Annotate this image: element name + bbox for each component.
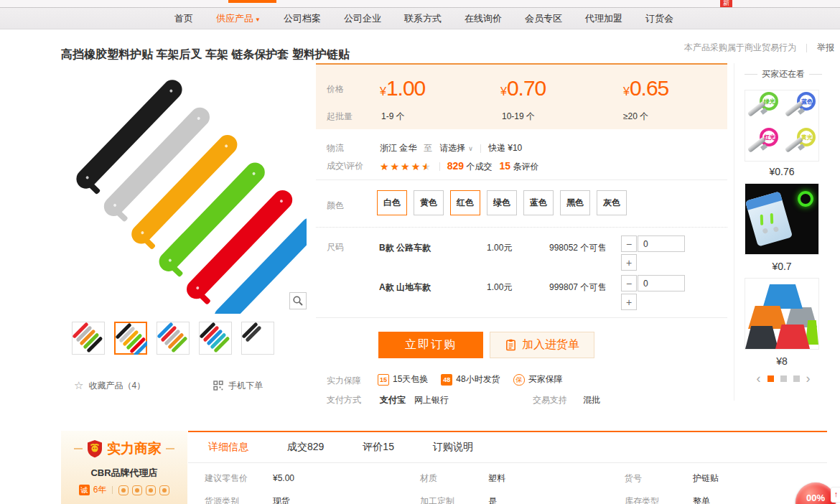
sku-stock: 998052 个可售 — [549, 242, 606, 254]
tab-reviews[interactable]: 评价15 — [363, 441, 394, 454]
detail-material: 材质塑料 — [420, 472, 505, 485]
color-chip-red[interactable]: 红色 — [450, 190, 480, 215]
page-dot-2[interactable] — [780, 375, 787, 382]
quantity-stepper: − + — [621, 235, 690, 271]
minus-button[interactable]: − — [621, 235, 637, 252]
deal-count-link[interactable]: 829 个成交 — [447, 160, 493, 173]
thumbnail-2[interactable] — [114, 322, 147, 355]
destination-select[interactable]: 请选择 ∨ — [439, 142, 473, 154]
minus-button[interactable]: − — [621, 275, 637, 291]
thumbnail-4[interactable] — [199, 322, 232, 355]
nav-item-products[interactable]: 供应产品▼ — [216, 12, 261, 25]
new-badge: 新 — [720, 0, 732, 7]
block-orange — [748, 306, 787, 329]
add-to-cart-button[interactable]: 加入进货单 — [490, 332, 594, 358]
nav-item-agency[interactable]: 代理加盟 — [585, 12, 622, 25]
nav-item-order-fair[interactable]: 订货会 — [645, 12, 673, 25]
product-page: 新 首页 供应产品▼ 公司档案 公司企业 联系方式 在线询价 会员专区 代理加盟… — [0, 0, 840, 504]
thumbnail-list — [72, 322, 274, 355]
price-panel: 价格 ¥1.00 ¥0.70 ¥0.65 起批量 1-9 个 10-19 个 ≥… — [316, 63, 727, 129]
payment-row: 支付方式 支付宝 网上银行 交易支持 混批 — [316, 394, 727, 407]
page-dot-3[interactable] — [793, 375, 800, 382]
star-rating: ★★★★★★★★★★ — [380, 162, 432, 172]
divider — [112, 486, 113, 494]
trade-support-label: 交易支持 — [533, 394, 567, 406]
chevron-down-icon: ▼ — [255, 17, 261, 23]
calendar-15-icon: 15 — [378, 374, 389, 386]
plus-button[interactable]: + — [621, 294, 637, 310]
guarantee-48-hour: 4848小时发货 — [441, 373, 500, 386]
seller-service-icon — [132, 485, 142, 495]
nav-item-company[interactable]: 公司企业 — [344, 12, 381, 25]
detail-tab-panel: 详细信息 成交829 评价15 订购说明 建议零售价¥5.00 材质塑料 货号护… — [188, 431, 827, 504]
nav-item-inquiry[interactable]: 在线询价 — [465, 12, 502, 25]
color-chip-yellow[interactable]: 黄色 — [414, 190, 444, 215]
divider — [734, 63, 734, 401]
valve-light: 绿光 — [745, 90, 781, 125]
trade-notice: 本产品采购属于商业贸易行为 — [684, 42, 796, 54]
tab-detail-info[interactable]: 详细信息 — [208, 441, 248, 454]
related-product-2[interactable] — [745, 183, 819, 255]
nav-item-home[interactable]: 首页 — [174, 12, 193, 25]
payment-netbank: 网上银行 — [414, 394, 449, 406]
mobile-order-button[interactable]: 手机下单 — [213, 380, 263, 392]
color-label: 颜色 — [327, 200, 344, 212]
seller-service-icon — [146, 485, 156, 495]
chain-protector-strips — [61, 68, 307, 314]
quantity-input[interactable] — [638, 235, 685, 252]
divider — [480, 144, 481, 153]
color-chip-blue[interactable]: 蓝色 — [523, 190, 554, 215]
deal-review-row: 成交\评价 ★★★★★★★★★★ 829 个成交 15 条评价 — [316, 160, 727, 173]
nav-item-company-profile[interactable]: 公司档案 — [284, 12, 321, 25]
tab-deals[interactable]: 成交829 — [287, 441, 324, 454]
review-count-link[interactable]: 15 条评价 — [499, 160, 538, 173]
magnifier-icon[interactable] — [289, 292, 307, 309]
tab-order-notes[interactable]: 订购说明 — [433, 441, 473, 454]
order-now-button[interactable]: 立即订购 — [378, 332, 483, 358]
color-row: 颜色 白色 黄色 红色 绿色 蓝色 黑色 灰色 — [316, 197, 727, 210]
report-link[interactable]: 举报 — [817, 42, 834, 54]
divider — [439, 162, 440, 171]
nav-item-member-zone[interactable]: 会员专区 — [525, 12, 562, 25]
related-price-1: ¥0.76 — [743, 166, 821, 177]
next-arrow-icon[interactable]: › — [806, 374, 811, 383]
sku-name: A款 山地车款 — [379, 281, 431, 294]
page-title: 高挡橡胶塑料护贴 车架后叉 车架 链条保护套 塑料护链贴 — [61, 47, 350, 62]
sku-price: 1.00元 — [487, 242, 512, 254]
main-product-image[interactable] — [61, 68, 307, 314]
nav-item-contact[interactable]: 联系方式 — [404, 12, 442, 25]
plus-button[interactable]: + — [621, 254, 637, 271]
page-dot-1[interactable] — [767, 375, 774, 382]
price-label: 价格 — [327, 83, 344, 95]
related-product-1[interactable]: 绿光 蓝色 红光 黄光 — [745, 90, 819, 162]
thumbnail-1[interactable] — [72, 322, 105, 355]
logistics-label: 物流 — [327, 142, 344, 154]
moq-tier-3: ≥20 个 — [623, 111, 648, 123]
sku-stock: 999807 个可售 — [549, 281, 606, 294]
price-tier-1: ¥1.00 — [380, 76, 425, 101]
valve-light: 蓝色 — [783, 90, 818, 125]
back-to-top-icon[interactable]: ↑ — [831, 487, 840, 503]
to-label: 至 — [424, 142, 432, 154]
related-price-2: ¥0.7 — [743, 261, 821, 272]
seller-name[interactable]: CBR品牌代理店 — [61, 467, 187, 480]
detail-customization: 加工定制是 — [420, 495, 497, 504]
prev-arrow-icon[interactable]: ‹ — [757, 374, 761, 383]
trade-support-value: 混批 — [583, 394, 600, 406]
guarantee-label: 实力保障 — [327, 375, 361, 387]
qr-code-icon — [213, 381, 223, 391]
seller-service-icon — [159, 485, 169, 495]
related-product-3[interactable] — [745, 278, 819, 350]
color-chip-gray[interactable]: 灰色 — [597, 190, 627, 215]
color-chip-black[interactable]: 黑色 — [560, 190, 590, 215]
color-chip-white[interactable]: 白色 — [377, 190, 407, 215]
sku-row-b: B款 公路车款 1.00元 998052 个可售 − + — [316, 235, 727, 271]
thumbnail-5[interactable] — [241, 322, 274, 355]
favorite-button[interactable]: ☆ 收藏产品（4） — [74, 379, 145, 392]
color-chip-green[interactable]: 绿色 — [487, 190, 517, 215]
active-nav-indicator — [228, 0, 276, 3]
moq-tier-2: 10-19 个 — [502, 111, 535, 123]
quantity-input[interactable] — [638, 275, 685, 291]
thumbnail-3[interactable] — [157, 322, 190, 355]
price-tier-2: ¥0.70 — [500, 76, 546, 101]
